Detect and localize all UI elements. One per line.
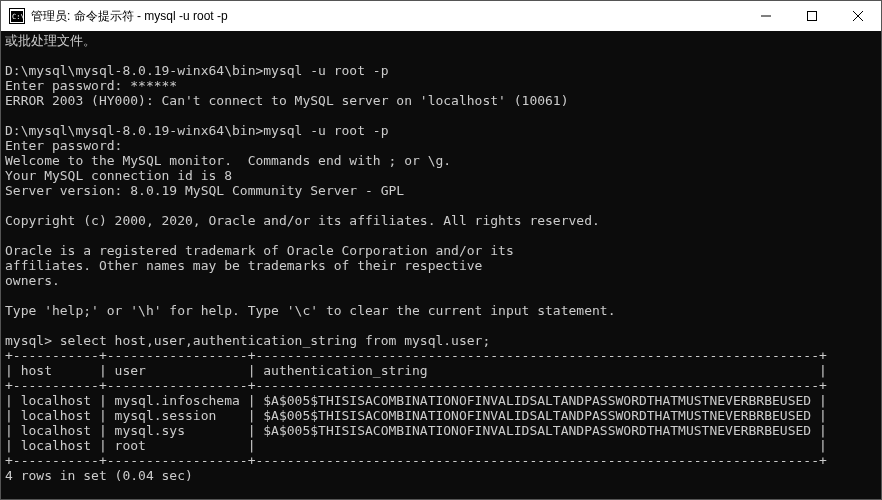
table-border: +-----------+------------------+--------… <box>5 348 827 363</box>
window-controls <box>743 1 881 31</box>
table-header: | host | user | authentication_string | <box>5 363 827 378</box>
output-line: Welcome to the MySQL monitor. Commands e… <box>5 153 451 168</box>
mysql-prompt: mysql> <box>5 498 60 499</box>
error-line: ERROR 2003 (HY000): Can't connect to MyS… <box>5 93 569 108</box>
svg-rect-5 <box>808 12 817 21</box>
svg-text:C:\: C:\ <box>12 13 25 21</box>
table-row: | localhost | root | | <box>5 438 827 453</box>
mysql-query-line: mysql> select host,user,authentication_s… <box>5 333 490 348</box>
table-border: +-----------+------------------+--------… <box>5 453 827 468</box>
close-button[interactable] <box>835 1 881 31</box>
output-line: Oracle is a registered trademark of Orac… <box>5 243 514 258</box>
output-line: Type 'help;' or '\h' for help. Type '\c'… <box>5 303 615 318</box>
table-border: +-----------+------------------+--------… <box>5 378 827 393</box>
cmd-prompt-line: D:\mysql\mysql-8.0.19-winx64\bin>mysql -… <box>5 123 389 138</box>
output-line: Your MySQL connection id is 8 <box>5 168 232 183</box>
table-row: | localhost | mysql.infoschema | $A$005$… <box>5 393 827 408</box>
row-count-line: 4 rows in set (0.04 sec) <box>5 468 193 483</box>
cmd-prompt-line: D:\mysql\mysql-8.0.19-winx64\bin>mysql -… <box>5 63 389 78</box>
terminal-output[interactable]: 或批处理文件。 D:\mysql\mysql-8.0.19-winx64\bin… <box>1 31 881 499</box>
output-line: Server version: 8.0.19 MySQL Community S… <box>5 183 404 198</box>
password-prompt: Enter password: <box>5 138 122 153</box>
command-prompt-window: C:\ 管理员: 命令提示符 - mysql -u root -p 或批处理文件… <box>0 0 882 500</box>
table-row: | localhost | mysql.sys | $A$005$THISISA… <box>5 423 827 438</box>
output-line: owners. <box>5 273 60 288</box>
output-line: affiliates. Other names may be trademark… <box>5 258 482 273</box>
titlebar[interactable]: C:\ 管理员: 命令提示符 - mysql -u root -p <box>1 1 881 31</box>
table-row: | localhost | mysql.session | $A$005$THI… <box>5 408 827 423</box>
minimize-button[interactable] <box>743 1 789 31</box>
output-line: 或批处理文件。 <box>5 33 96 48</box>
window-title: 管理员: 命令提示符 - mysql -u root -p <box>31 8 743 25</box>
maximize-button[interactable] <box>789 1 835 31</box>
cmd-icon: C:\ <box>9 8 25 24</box>
password-prompt: Enter password: ****** <box>5 78 177 93</box>
output-line: Copyright (c) 2000, 2020, Oracle and/or … <box>5 213 600 228</box>
